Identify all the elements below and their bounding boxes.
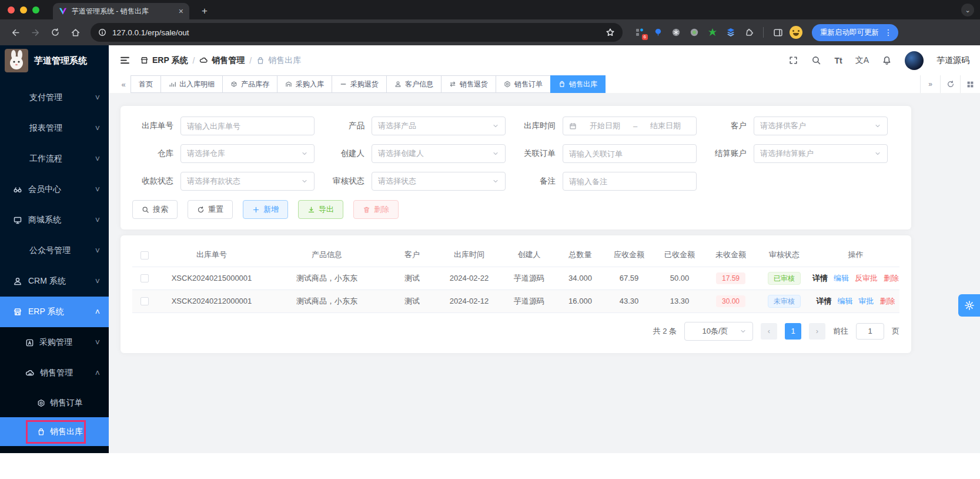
balloon-extension-icon[interactable] [651,25,664,39]
tab-purchase-in[interactable]: 采购入库 [277,75,332,93]
settle-account-select[interactable]: 请选择结算账户 [754,144,888,163]
minimize-window-icon[interactable] [20,6,27,14]
remark-input[interactable] [563,172,697,191]
close-tab-icon[interactable]: × [179,6,183,16]
reset-button[interactable]: 重置 [188,200,233,219]
row-checkbox[interactable] [141,274,149,282]
cloud-chart-icon [199,56,208,65]
cell-qty: 16.000 [557,290,604,312]
delete-button[interactable]: 删除 [353,200,399,219]
extensions-puzzle-icon[interactable] [742,25,755,39]
audit-status-select[interactable]: 请选择状态 [372,172,506,191]
profile-avatar-icon[interactable] [790,25,802,39]
edit-link[interactable]: 编辑 [838,296,853,307]
edit-link[interactable]: 编辑 [834,273,849,284]
add-button[interactable]: 新增 [243,200,288,219]
tab-product-stock[interactable]: 产品库存 [222,75,277,93]
chrome-menu-icon[interactable]: ⋮ [884,28,895,37]
sidebar-item-crm[interactable]: CRM 系统 ˅ [0,266,109,297]
devtools-extension-icon[interactable] [724,25,737,39]
sidebar-item-sale[interactable]: 销售管理 ˄ [0,358,109,388]
delete-link[interactable]: 删除 [884,273,899,284]
address-bar[interactable]: 127.0.0.1/erp/sale/out [91,23,623,42]
sidebar-item-mall[interactable]: 商城系统 ˅ [0,205,109,235]
sidebar-item-sale-out[interactable]: 销售出库 [0,417,109,446]
settings-drawer-button[interactable] [958,294,980,317]
browser-tab[interactable]: 芋道管理系统 - 销售出库 × [53,3,189,19]
detail-link[interactable]: 详情 [817,296,832,307]
breadcrumb-item-sale[interactable]: 销售管理 [199,55,245,66]
forward-icon[interactable] [27,24,44,41]
next-page-button[interactable]: › [809,323,825,340]
goto-page-input[interactable]: 1 [856,323,884,340]
chrome-update-button[interactable]: 重新启动即可更新 ⋮ [812,24,898,41]
sidebar-item-erp[interactable]: ERP 系统 ˄ [0,297,109,327]
approve-link[interactable]: 审批 [859,296,874,307]
export-button[interactable]: 导出 [298,200,343,219]
tab-search-icon[interactable]: ⌄ [961,4,974,16]
payment-status-select[interactable]: 请选择有款状态 [180,172,315,191]
font-size-icon[interactable]: Tt [834,56,842,65]
sidebar-item-member[interactable]: 会员中心 ˅ [0,174,109,205]
unapprove-link[interactable]: 反审批 [855,273,878,284]
sidebar-item-report[interactable]: 报表管理 ˅ [0,113,109,144]
sidebar-item-payment[interactable]: 支付管理 ˅ [0,82,109,113]
scroll-tabs-left-icon[interactable]: « [116,80,131,89]
username[interactable]: 芋道源码 [936,55,969,66]
new-tab-button[interactable]: + [198,4,212,18]
creator-select[interactable]: 请选择创建人 [372,144,506,163]
row-checkbox[interactable] [141,297,149,305]
search-icon[interactable] [811,55,821,65]
close-window-icon[interactable] [8,6,15,14]
product-select[interactable]: 请选择产品 [372,117,506,135]
select-all-checkbox[interactable] [141,251,149,260]
sidebar: 芋道管理系统 支付管理 ˅ 报表管理 ˅ 工作流程 ˅ 会员中心 [0,45,109,453]
locale-icon[interactable]: 文A [855,55,869,66]
reload-icon[interactable] [47,24,63,41]
fullscreen-icon[interactable] [788,55,798,65]
refresh-tab-icon[interactable] [940,75,960,93]
back-icon[interactable] [7,24,24,41]
breadcrumb-item-erp[interactable]: ERP 系统 [140,55,188,66]
tab-stock-record[interactable]: 出入库明细 [160,75,223,93]
home-icon[interactable] [67,24,83,41]
tab-sale-return[interactable]: 销售退货 [441,75,496,93]
bell-icon[interactable] [882,55,892,65]
tab-label: 采购退货 [350,79,379,89]
page-number-current[interactable]: 1 [785,323,801,340]
start-date-placeholder: 开始日期 [580,121,630,131]
customer-select[interactable]: 请选择供客户 [754,117,888,135]
detail-link[interactable]: 详情 [812,273,828,284]
pinwheel-extension-icon[interactable] [706,25,719,39]
delete-link[interactable]: 删除 [880,296,895,307]
tab-options-grid-icon[interactable] [960,75,980,93]
tab-sale-order[interactable]: 销售订单 [496,75,551,93]
search-button[interactable]: 搜索 [132,200,178,219]
snowflake-extension-icon[interactable] [670,25,683,39]
warehouse-select[interactable]: 请选择仓库 [180,144,315,163]
order-no-input[interactable] [180,117,315,135]
prev-page-button[interactable]: ‹ [761,323,777,340]
bookmark-star-icon[interactable] [606,28,615,37]
page-size-select[interactable]: 10条/页 [684,322,753,341]
user-avatar[interactable] [905,51,924,70]
tab-sale-out[interactable]: 销售出库 [550,75,606,93]
sidebar-item-wechat[interactable]: 公众号管理 ˅ [0,235,109,266]
related-order-input[interactable] [563,144,697,163]
tab-home[interactable]: 首页 [131,75,161,93]
sidebar-item-purchase[interactable]: 采购管理 ˅ [0,327,109,358]
tab-customer-info[interactable]: 客户信息 [386,75,441,93]
filter-label: 备注 [514,176,556,187]
scroll-tabs-right-icon[interactable]: » [920,75,940,93]
adblock-extension-icon[interactable]: 6 [633,25,646,39]
tab-purchase-return[interactable]: 采购退货 [332,75,387,93]
record-extension-icon[interactable] [688,25,701,39]
sidebar-item-sale-order[interactable]: 销售订单 [0,388,109,417]
date-range-picker[interactable]: 开始日期 – 结束日期 [563,117,697,135]
maximize-window-icon[interactable] [32,6,39,14]
site-info-icon[interactable] [98,28,106,36]
hamburger-icon[interactable] [119,55,131,66]
logo-row[interactable]: 芋道管理系统 [0,45,109,76]
sidebar-item-workflow[interactable]: 工作流程 ˅ [0,144,109,174]
side-panel-icon[interactable] [771,25,784,39]
